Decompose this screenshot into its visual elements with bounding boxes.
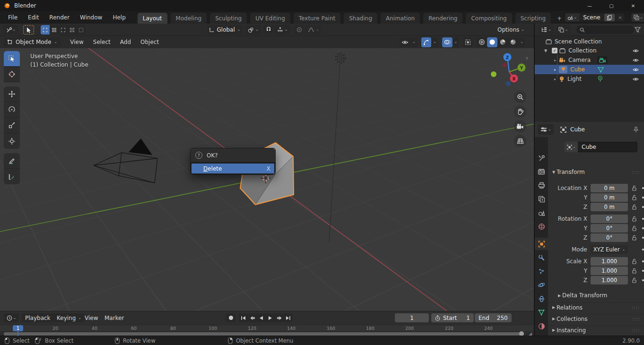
pan-button[interactable]: [514, 105, 526, 118]
shading-solid-button[interactable]: [487, 37, 497, 47]
select-mode-set[interactable]: [41, 25, 50, 34]
axis-neg-x-ball[interactable]: [502, 63, 507, 68]
tool-transform[interactable]: [4, 133, 20, 149]
expand-arrow-icon[interactable]: ▸: [554, 77, 556, 81]
filter-icon[interactable]: [635, 27, 641, 33]
tab-compositing[interactable]: Compositing: [466, 13, 512, 24]
lock-icon[interactable]: [632, 216, 637, 222]
tab-modifiers[interactable]: [535, 251, 548, 264]
instancing-panel[interactable]: ▶ Instancing ::::: [548, 325, 644, 335]
tab-world[interactable]: [535, 220, 548, 233]
tab-scripting[interactable]: Scripting: [515, 13, 551, 24]
shading-options-dropdown[interactable]: ⌄: [518, 37, 525, 47]
tab-animation[interactable]: Animation: [381, 13, 420, 24]
expand-arrow-icon[interactable]: ▼: [544, 49, 547, 53]
hide-toggle-eye-icon[interactable]: [633, 77, 639, 81]
tool-cursor[interactable]: [4, 67, 20, 82]
outliner-row-light[interactable]: ▸ Light: [535, 74, 644, 84]
animate-dot[interactable]: [642, 218, 644, 220]
properties-editor-type-button[interactable]: ⌄: [538, 124, 554, 135]
pin-icon[interactable]: [633, 127, 639, 133]
rotation-x-field[interactable]: 0°: [591, 215, 628, 223]
delete-menu-item[interactable]: Delete X: [191, 164, 274, 173]
row-label[interactable]: Light: [567, 76, 582, 82]
tab-constraints[interactable]: [535, 293, 548, 305]
minimize-button[interactable]: —: [579, 0, 600, 11]
add-workspace-button[interactable]: +: [554, 13, 565, 24]
tool-scale[interactable]: [4, 118, 20, 133]
expand-arrow-icon[interactable]: ▸: [554, 58, 556, 62]
overlays-dropdown[interactable]: ⌄: [442, 37, 460, 47]
outliner-editor-type-button[interactable]: ⌄: [539, 25, 554, 34]
end-frame-field[interactable]: End 250: [475, 313, 512, 322]
active-tool-indicator[interactable]: [23, 25, 34, 34]
camera-data-icon[interactable]: [597, 56, 608, 64]
animate-dot[interactable]: [642, 197, 644, 198]
playhead[interactable]: 1: [13, 325, 23, 331]
scale-x-field[interactable]: 1.000: [591, 257, 628, 266]
relations-panel[interactable]: ▶ Relations ::::: [548, 302, 644, 312]
record-button[interactable]: [226, 313, 236, 322]
animate-dot[interactable]: [642, 206, 644, 208]
gizmos-dropdown[interactable]: ⌄: [421, 37, 438, 47]
editor-type-button[interactable]: ⌄: [3, 25, 18, 34]
menu-select[interactable]: Select: [88, 39, 115, 45]
tool-move[interactable]: [4, 86, 20, 102]
collection-checkbox[interactable]: ✓: [552, 48, 557, 53]
xray-toggle[interactable]: [463, 37, 473, 47]
shading-wireframe-button[interactable]: [477, 37, 487, 47]
snap-target-dropdown[interactable]: ⌄: [274, 25, 290, 34]
jump-to-end-button[interactable]: [284, 313, 293, 322]
lock-icon[interactable]: [632, 268, 637, 274]
collapse-sidebar-icon[interactable]: ‹: [526, 55, 528, 61]
rotation-y-field[interactable]: 0°: [591, 224, 628, 233]
hide-toggle-eye-icon[interactable]: [633, 68, 639, 72]
current-frame-field[interactable]: 1: [395, 313, 429, 322]
collections-panel[interactable]: ▶ Collections ::::: [548, 314, 644, 323]
play-button[interactable]: [266, 313, 275, 322]
animate-dot[interactable]: [642, 260, 644, 262]
shading-rendered-button[interactable]: [508, 37, 518, 47]
tab-object[interactable]: [535, 238, 548, 250]
row-label[interactable]: Cube: [570, 66, 585, 73]
location-x-field[interactable]: 0 m: [591, 184, 628, 192]
lock-icon[interactable]: [632, 225, 637, 231]
timeline-menu-view[interactable]: View: [85, 313, 98, 322]
location-z-field[interactable]: 0 m: [591, 203, 628, 211]
scale-y-field[interactable]: 1.000: [591, 267, 628, 275]
animate-dot[interactable]: [642, 237, 644, 239]
tab-view-layer[interactable]: [535, 193, 548, 205]
rotation-z-field[interactable]: 0°: [591, 233, 628, 242]
menu-edit[interactable]: Edit: [23, 12, 44, 23]
location-y-field[interactable]: 0 m: [591, 193, 628, 202]
hide-toggle-eye-icon[interactable]: [633, 58, 639, 62]
scale-z-field[interactable]: 1.000: [591, 276, 628, 285]
animate-dot[interactable]: [642, 227, 644, 229]
outliner-row-scene-collection[interactable]: Scene Collection: [535, 37, 644, 46]
scene-unlink-button[interactable]: ✕: [616, 15, 625, 20]
axis-neg-y-ball[interactable]: [491, 71, 496, 77]
timeline-editor-type-button[interactable]: ⌄: [4, 313, 19, 322]
tab-sculpting[interactable]: Sculpting: [210, 13, 247, 24]
tab-physics[interactable]: [535, 279, 548, 291]
select-mode-subtract[interactable]: [59, 25, 68, 34]
tab-particles[interactable]: [535, 265, 548, 277]
mode-dropdown[interactable]: Object Mode ⌄: [4, 37, 61, 47]
outliner-search[interactable]: [576, 26, 634, 34]
display-mode-dropdown[interactable]: ⌄: [556, 25, 571, 34]
visibility-dropdown[interactable]: ⌄: [400, 37, 418, 47]
zoom-button[interactable]: [514, 91, 526, 103]
search-input[interactable]: [587, 27, 625, 33]
pivot-point-dropdown[interactable]: ⌄: [245, 25, 261, 34]
options-popover-button[interactable]: Options ⌄: [495, 25, 527, 34]
delta-transform-subpanel[interactable]: ▶ Delta Transform: [548, 291, 644, 300]
camera-view-button[interactable]: [514, 120, 526, 132]
proportional-edit-toggle[interactable]: [294, 25, 305, 34]
camera-object[interactable]: [94, 138, 157, 183]
lock-icon[interactable]: [632, 259, 637, 264]
viewport-3d[interactable]: Object Mode ⌄ View Select Add Object ⌄: [0, 36, 534, 311]
start-frame-field[interactable]: Start 1: [431, 313, 474, 322]
rotation-mode-dropdown[interactable]: XYZ Euler ⌄: [591, 245, 628, 254]
menu-file[interactable]: File: [3, 12, 23, 23]
scene-name[interactable]: Scene: [579, 14, 604, 21]
